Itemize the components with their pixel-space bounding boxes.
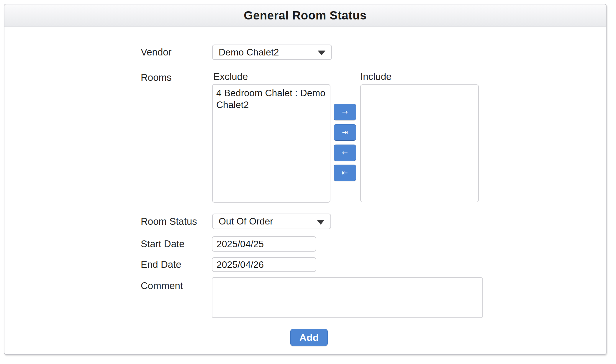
exclude-list-item[interactable]: 4 Bedroom Chalet : Demo Chalet2: [216, 87, 326, 111]
move-all-right-button[interactable]: ⇥: [334, 124, 356, 141]
vendor-select[interactable]: Demo Chalet2: [212, 45, 332, 60]
chevron-down-icon: [317, 220, 325, 224]
include-list-label: Include: [360, 71, 391, 82]
comment-label: Comment: [141, 279, 183, 292]
move-left-button[interactable]: ←: [334, 145, 356, 161]
end-date-label: End Date: [141, 257, 181, 272]
add-button-label: Add: [299, 332, 319, 343]
rooms-label: Rooms: [141, 71, 172, 84]
panel-header: General Room Status: [4, 4, 606, 27]
page-title: General Room Status: [244, 9, 366, 22]
page: General Room Status Vendor Demo Chalet2 …: [0, 0, 616, 364]
comment-textarea[interactable]: [212, 277, 483, 318]
include-listbox[interactable]: [360, 84, 479, 202]
vendor-label: Vendor: [141, 45, 172, 60]
general-room-status-panel: General Room Status Vendor Demo Chalet2 …: [4, 4, 607, 355]
start-date-label: Start Date: [141, 236, 185, 252]
room-status-select[interactable]: Out Of Order: [212, 214, 331, 229]
start-date-input[interactable]: [212, 236, 316, 252]
arrow-left-to-bar-icon: ⇤: [342, 169, 348, 177]
exclude-listbox[interactable]: 4 Bedroom Chalet : Demo Chalet2: [212, 84, 330, 203]
vendor-select-value: Demo Chalet2: [219, 47, 279, 58]
arrow-right-icon: →: [342, 108, 348, 116]
add-button[interactable]: Add: [290, 329, 328, 346]
end-date-input[interactable]: [212, 257, 316, 272]
chevron-down-icon: [318, 50, 325, 55]
arrow-right-to-bar-icon: ⇥: [342, 128, 348, 137]
room-status-label: Room Status: [141, 214, 197, 229]
exclude-list-label: Exclude: [213, 71, 248, 82]
move-right-button[interactable]: →: [334, 104, 356, 120]
arrow-left-icon: ←: [342, 149, 348, 157]
move-all-left-button[interactable]: ⇤: [334, 165, 356, 181]
room-status-select-value: Out Of Order: [219, 216, 273, 227]
